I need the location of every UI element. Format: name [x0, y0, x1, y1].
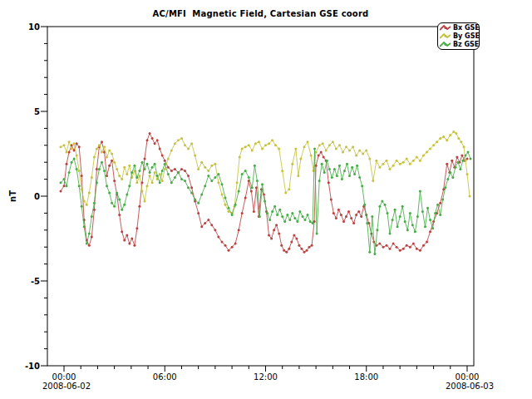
data-point [304, 219, 307, 221]
data-point [200, 194, 203, 196]
data-point [151, 137, 154, 140]
data-point [261, 183, 264, 185]
data-point [116, 168, 118, 170]
data-point [68, 151, 71, 154]
data-point [167, 173, 170, 175]
data-point [170, 170, 173, 172]
data-point [244, 170, 247, 172]
data-point [392, 219, 394, 221]
data-point [278, 209, 281, 211]
data-point [298, 210, 301, 213]
data-point [244, 145, 247, 148]
data-point [268, 219, 271, 221]
data-point [118, 175, 121, 177]
data-point [149, 175, 151, 177]
data-point [402, 248, 405, 250]
data-point [63, 178, 66, 180]
data-point [389, 232, 392, 234]
data-point [197, 212, 200, 214]
data-point [187, 186, 190, 189]
data-point [200, 225, 203, 228]
data-point [217, 173, 219, 175]
data-point [76, 168, 78, 170]
data-point [394, 209, 397, 211]
data-point [144, 158, 146, 160]
data-point [273, 205, 276, 208]
data-point [210, 165, 213, 167]
plot-area[interactable]: 1050-5-1000:002008-06-0206:0012:0018:000… [0, 0, 532, 399]
data-point [387, 212, 389, 214]
data-point [128, 243, 131, 245]
data-point [326, 160, 328, 162]
legend-item-bx-gse[interactable]: Bx GSE [440, 24, 477, 32]
data-point [348, 149, 351, 151]
data-point [389, 168, 392, 170]
data-point [113, 161, 116, 164]
data-point [285, 251, 288, 254]
legend-marker-icon [440, 41, 451, 48]
data-point [81, 188, 83, 190]
data-point [412, 243, 415, 245]
data-point [156, 175, 159, 177]
data-point [164, 168, 166, 170]
data-point [159, 181, 161, 184]
data-point [342, 220, 345, 223]
data-point [426, 151, 428, 154]
legend-item-by-gse[interactable]: By GSE [440, 32, 477, 40]
data-point [144, 168, 146, 170]
data-point [446, 139, 448, 141]
data-point [416, 215, 419, 218]
data-point [299, 158, 302, 160]
data-point [234, 204, 237, 206]
legend-item-bz-gse[interactable]: Bz GSE [440, 41, 477, 48]
data-point [121, 178, 123, 180]
data-point [288, 248, 290, 250]
data-point [318, 155, 320, 157]
data-point [93, 202, 96, 204]
data-point [431, 227, 434, 229]
data-point [426, 207, 429, 209]
data-point [236, 181, 239, 184]
data-point [459, 168, 461, 170]
data-point [412, 160, 415, 162]
data-point [264, 200, 266, 203]
data-point [63, 144, 66, 146]
data-point [288, 219, 291, 221]
data-point [300, 248, 303, 250]
data-point [190, 142, 193, 145]
data-point [281, 215, 283, 218]
data-point [108, 165, 111, 167]
data-point [96, 147, 98, 150]
data-point [159, 147, 161, 150]
data-point [86, 243, 88, 245]
data-point [439, 214, 441, 216]
data-point [271, 139, 273, 141]
data-point [123, 239, 126, 242]
data-point [121, 209, 123, 211]
data-point [224, 197, 227, 200]
data-point [378, 205, 381, 208]
data-point [426, 241, 428, 244]
data-point [268, 234, 270, 236]
data-point [254, 165, 256, 167]
data-point [221, 241, 224, 244]
data-point [439, 202, 441, 204]
data-point [336, 175, 338, 177]
data-point [78, 185, 81, 187]
data-point [78, 170, 81, 172]
data-point [355, 214, 357, 216]
data-point [190, 186, 193, 189]
data-point [432, 144, 435, 146]
data-point [416, 248, 418, 250]
data-point [421, 210, 424, 213]
data-point [306, 249, 308, 252]
data-point [111, 202, 113, 204]
data-point [128, 185, 131, 187]
data-point [207, 219, 209, 221]
data-point [108, 149, 111, 151]
data-point [78, 145, 81, 148]
data-point [197, 202, 200, 204]
data-point [297, 175, 299, 177]
legend[interactable]: Bx GSEBy GSEBz GSE [437, 22, 480, 50]
data-point [133, 165, 135, 167]
